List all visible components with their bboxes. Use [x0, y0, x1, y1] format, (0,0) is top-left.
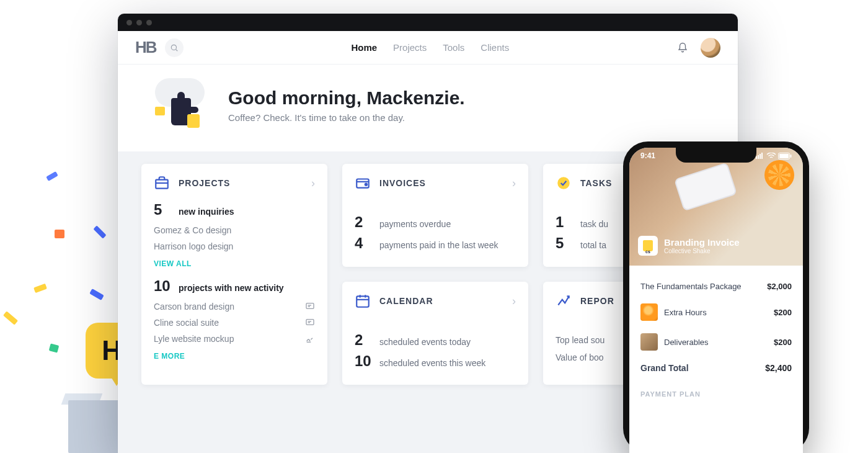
projects-card[interactable]: PROJECTS › 5 new inquiries Gomez & Co de… — [141, 164, 327, 385]
user-avatar[interactable] — [701, 38, 720, 58]
briefcase-icon — [154, 175, 170, 191]
checklist-icon — [556, 175, 572, 191]
battery-icon — [778, 153, 792, 159]
invoices-card[interactable]: INVOICES › 2 payments overdue 4 payments… — [342, 164, 528, 267]
svg-rect-21 — [761, 153, 763, 159]
calendar-icon — [355, 293, 371, 309]
search-button[interactable] — [165, 38, 184, 57]
phone-time: 9:41 — [640, 151, 655, 160]
nav-home[interactable]: Home — [351, 42, 377, 53]
total-amount: $2,400 — [765, 363, 792, 373]
line-thumb-icon — [640, 333, 658, 351]
events-today-count: 2 — [355, 331, 372, 349]
status-icons — [756, 153, 792, 159]
confetti-piece — [93, 225, 106, 238]
svg-rect-14 — [356, 296, 369, 307]
line-thumb-icon — [640, 303, 658, 321]
card-title: CALENDAR — [379, 296, 503, 306]
invoice-lines: The Fundamentals Package $2,000 Extra Ho… — [629, 266, 803, 401]
chart-icon — [556, 293, 572, 309]
message-icon — [305, 302, 315, 312]
confetti-piece — [49, 343, 60, 352]
card-title: PROJECTS — [179, 178, 303, 188]
events-week-label: scheduled events this week — [379, 358, 485, 368]
inquiry-item[interactable]: Harrison logo design — [154, 238, 315, 254]
activity-item[interactable]: Cline social suite — [154, 315, 315, 331]
window-controls — [118, 14, 738, 31]
greeting-title: Good morning, Mackenzie. — [228, 87, 465, 109]
top-nav: HB Home Projects Tools Clients — [118, 31, 738, 65]
invoice-line[interactable]: Deliverables $200 — [640, 327, 792, 357]
svg-rect-4 — [306, 303, 314, 309]
wifi-icon — [766, 153, 776, 159]
activity-count: 10 — [154, 277, 171, 295]
client-logo: cs — [638, 236, 658, 256]
activity-item[interactable]: Lyle website mockup — [154, 331, 315, 347]
invoice-total: Grand Total $2,400 — [640, 357, 792, 379]
nav-tools[interactable]: Tools — [443, 42, 464, 53]
line-amount: $200 — [774, 338, 792, 347]
invoice-line[interactable]: The Fundamentals Package $2,000 — [640, 276, 792, 297]
bell-icon[interactable] — [677, 42, 688, 53]
svg-rect-23 — [779, 154, 789, 158]
brand-logo[interactable]: HB — [135, 38, 156, 57]
svg-point-12 — [365, 184, 367, 186]
payment-plan-label: PAYMENT PLAN — [640, 390, 792, 398]
tasks-due-label: task du — [580, 219, 608, 229]
invoice-title: Branding Invoice — [664, 237, 740, 248]
confetti-piece — [55, 230, 64, 238]
nav-clients[interactable]: Clients — [480, 42, 509, 53]
wallet-icon — [355, 175, 371, 191]
confetti-piece — [46, 171, 58, 181]
see-more-link[interactable]: E MORE — [154, 352, 185, 361]
inquiries-count: 5 — [154, 201, 171, 218]
paid-count: 4 — [355, 235, 372, 252]
window-dot[interactable] — [126, 20, 132, 25]
activity-label: projects with new activity — [179, 283, 284, 293]
chevron-right-icon: › — [512, 295, 516, 308]
inquiries-label: new inquiries — [179, 207, 234, 217]
invoice-line[interactable]: Extra Hours $200 — [640, 297, 792, 327]
invoice-client: Collective Shake — [664, 248, 740, 254]
greeting-subtitle: Coffee? Check. It's time to take on the … — [228, 112, 465, 123]
svg-rect-7 — [306, 320, 314, 325]
confetti-piece — [33, 284, 47, 293]
overdue-count: 2 — [355, 213, 372, 231]
svg-rect-20 — [760, 154, 761, 159]
paid-label: payments paid in the last week — [379, 240, 498, 250]
tasks-total-count: 5 — [556, 235, 573, 252]
card-title: INVOICES — [379, 178, 503, 188]
search-icon — [170, 43, 179, 52]
events-week-count: 10 — [355, 352, 372, 370]
phone-mockup: 9:41 cs Branding Invoice Collective Shak… — [623, 141, 809, 453]
window-dot[interactable] — [136, 20, 142, 25]
svg-point-0 — [171, 45, 176, 50]
svg-line-1 — [175, 49, 177, 51]
orange-decoration — [764, 160, 794, 190]
events-today-label: scheduled events today — [379, 337, 471, 347]
nav-projects[interactable]: Projects — [393, 42, 427, 53]
hero-section: Good morning, Mackenzie. Coffee? Check. … — [118, 65, 738, 151]
window-dot[interactable] — [146, 20, 152, 25]
phone-decoration — [674, 162, 737, 211]
svg-rect-24 — [790, 155, 792, 158]
invoice-header-image: 9:41 cs Branding Invoice Collective Shak… — [629, 148, 803, 266]
view-all-link[interactable]: VIEW ALL — [154, 259, 192, 268]
svg-point-13 — [557, 177, 570, 189]
inquiry-item[interactable]: Gomez & Co design — [154, 222, 315, 238]
chevron-right-icon: › — [512, 177, 516, 190]
svg-rect-2 — [156, 180, 168, 189]
svg-rect-18 — [756, 156, 757, 159]
tasks-due-count: 1 — [556, 213, 573, 231]
line-amount: $200 — [774, 308, 792, 317]
overdue-label: payments overdue — [379, 219, 451, 229]
tasks-total-label: total ta — [580, 240, 606, 250]
confetti-piece — [3, 311, 18, 325]
signature-icon — [305, 334, 315, 344]
signal-icon — [756, 153, 764, 159]
svg-rect-19 — [758, 155, 759, 159]
coffee-illustration — [153, 81, 210, 129]
chevron-right-icon: › — [311, 177, 315, 190]
activity-item[interactable]: Carson brand design — [154, 298, 315, 315]
calendar-card[interactable]: CALENDAR › 2 scheduled events today 10 s… — [342, 282, 528, 385]
